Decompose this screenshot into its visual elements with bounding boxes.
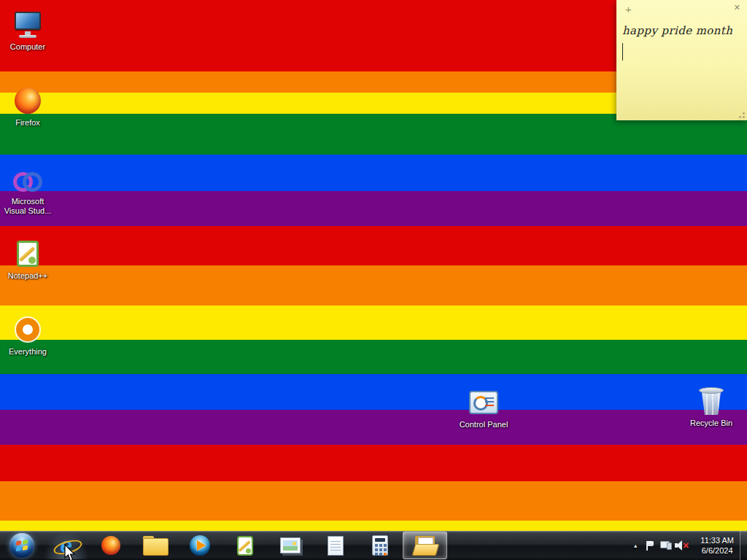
system-tray: ▲ 11:33 AM 6/6/2024 bbox=[629, 531, 738, 560]
internet-explorer-icon: e bbox=[60, 534, 72, 556]
taskbar-clock[interactable]: 11:33 AM 6/6/2024 bbox=[696, 535, 738, 556]
wallpaper-stripe bbox=[0, 410, 747, 445]
desktop-icon-label: Computer bbox=[0, 42, 55, 52]
desktop-icon-label: Everything bbox=[0, 347, 55, 357]
wallpaper-stripe bbox=[0, 445, 747, 481]
clock-time: 11:33 AM bbox=[700, 535, 734, 545]
new-note-button[interactable]: + bbox=[625, 4, 632, 15]
taskbar-button-windows-explorer[interactable] bbox=[133, 532, 177, 559]
taskbar: e ▲ 11:33 AM 6/6/2024 bbox=[0, 531, 747, 560]
wallpaper-stripe bbox=[0, 191, 747, 226]
calculator-icon bbox=[372, 535, 388, 556]
wallpaper-stripe bbox=[0, 481, 747, 521]
show-hidden-icons-button[interactable]: ▲ bbox=[629, 543, 642, 548]
start-button[interactable] bbox=[3, 532, 41, 559]
desktop-icon-control-panel[interactable]: Control Panel bbox=[456, 386, 511, 429]
computer-icon bbox=[0, 9, 55, 41]
notepad-plus-plus-icon bbox=[237, 536, 253, 556]
windows-orb-icon bbox=[9, 533, 34, 558]
desktop-icon-notepad-plus-plus[interactable]: Notepad++ bbox=[0, 238, 55, 281]
taskbar-button-firefox[interactable] bbox=[88, 532, 133, 559]
desktop-icon-visual-studio[interactable]: Microsoft Visual Stud... bbox=[0, 163, 55, 216]
volume-muted-icon[interactable] bbox=[675, 539, 689, 552]
taskbar-button-explorer-window-active[interactable] bbox=[403, 532, 447, 559]
recycle-bin-icon bbox=[684, 385, 739, 417]
desktop-icon-label: Firefox bbox=[0, 118, 55, 128]
everything-icon bbox=[0, 314, 55, 346]
taskbar-button-image-viewer[interactable] bbox=[268, 532, 312, 559]
desktop-icon-label: Notepad++ bbox=[0, 271, 55, 281]
wallpaper-stripe bbox=[0, 155, 747, 191]
sticky-note[interactable]: + ✕ happy pride month bbox=[616, 0, 747, 120]
desktop-icon-recycle-bin[interactable]: Recycle Bin bbox=[684, 385, 739, 428]
image-viewer-icon bbox=[280, 537, 301, 553]
wallpaper-stripe bbox=[0, 374, 747, 410]
network-icon[interactable] bbox=[659, 539, 673, 552]
action-center-flag-icon[interactable] bbox=[643, 539, 657, 552]
desktop-icon-everything[interactable]: Everything bbox=[0, 314, 55, 357]
taskbar-button-windows-media-player[interactable] bbox=[177, 532, 222, 559]
firefox-icon bbox=[101, 536, 120, 555]
close-note-button[interactable]: ✕ bbox=[734, 4, 740, 12]
desktop-icon-label: Microsoft Visual Stud... bbox=[0, 197, 55, 216]
text-cursor bbox=[622, 43, 623, 61]
open-folder-icon bbox=[413, 536, 438, 556]
wallpaper-stripe bbox=[0, 226, 747, 265]
taskbar-button-calculator[interactable] bbox=[357, 532, 402, 559]
taskbar-button-notepad-plus-plus[interactable] bbox=[222, 532, 267, 559]
sticky-note-text[interactable]: happy pride month bbox=[622, 24, 743, 37]
notepad-plus-plus-icon bbox=[0, 238, 55, 270]
note-resize-grip[interactable] bbox=[737, 110, 746, 120]
control-panel-icon bbox=[456, 386, 511, 419]
clock-date: 6/6/2024 bbox=[700, 545, 734, 556]
wallpaper-stripe bbox=[0, 265, 747, 306]
sticky-note-toolbar: + ✕ bbox=[616, 0, 747, 19]
desktop-icon-label: Control Panel bbox=[456, 420, 511, 429]
visual-studio-icon bbox=[0, 163, 55, 195]
desktop-icon-label: Recycle Bin bbox=[684, 419, 739, 428]
wallpaper-stripe bbox=[0, 340, 747, 374]
taskbar-button-notepad[interactable] bbox=[313, 532, 357, 559]
show-desktop-button[interactable] bbox=[740, 531, 747, 560]
folder-icon bbox=[143, 536, 167, 555]
wallpaper-stripe bbox=[0, 306, 747, 340]
taskbar-button-internet-explorer[interactable]: e bbox=[44, 532, 88, 559]
firefox-icon bbox=[0, 85, 55, 117]
desktop-icon-computer[interactable]: Computer bbox=[0, 9, 55, 52]
notepad-icon bbox=[328, 536, 344, 556]
media-player-icon bbox=[190, 535, 210, 556]
desktop-icon-firefox[interactable]: Firefox bbox=[0, 85, 55, 128]
